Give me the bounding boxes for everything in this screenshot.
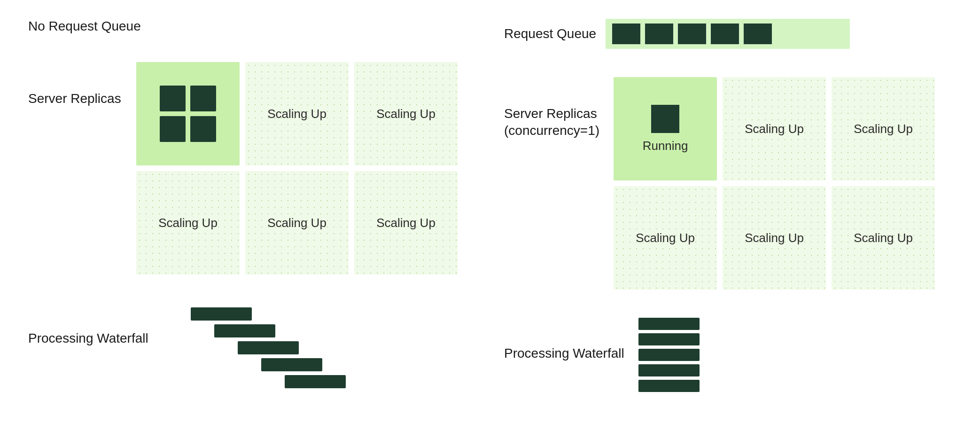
right-waterfall-bar-5 bbox=[638, 380, 700, 392]
replica-cell-scaling-1: Scaling Up bbox=[245, 62, 349, 165]
right-scaling-label-2: Scaling Up bbox=[854, 122, 913, 136]
queue-bar bbox=[606, 19, 850, 49]
running-label: Running bbox=[643, 139, 688, 153]
queue-block-4 bbox=[711, 24, 739, 44]
queue-block-5 bbox=[744, 24, 772, 44]
queue-block-3 bbox=[678, 24, 706, 44]
right-replica-scaling-4: Scaling Up bbox=[723, 186, 826, 290]
replica-cell-scaling-2: Scaling Up bbox=[354, 62, 458, 165]
queue-block-1 bbox=[612, 24, 640, 44]
right-header: Request Queue bbox=[504, 19, 952, 58]
right-replicas-section: Server Replicas (concurrency=1) Running … bbox=[504, 77, 952, 290]
waterfall-bar-1 bbox=[191, 307, 252, 321]
queue-block-2 bbox=[645, 24, 673, 44]
inner-square-4 bbox=[190, 116, 216, 142]
right-replica-scaling-3: Scaling Up bbox=[614, 186, 717, 290]
right-waterfall-bar-2 bbox=[638, 333, 700, 345]
left-replicas-label: Server Replicas bbox=[28, 62, 122, 107]
queue-bar-container: Request Queue bbox=[504, 19, 952, 49]
right-scaling-label-3: Scaling Up bbox=[636, 231, 695, 245]
right-waterfall-label: Processing Waterfall bbox=[504, 318, 624, 361]
inner-grid bbox=[160, 86, 216, 142]
inner-square-3 bbox=[160, 116, 186, 142]
right-replica-scaling-2: Scaling Up bbox=[832, 77, 935, 180]
right-replica-scaling-5: Scaling Up bbox=[832, 186, 935, 290]
right-waterfall-chart bbox=[638, 318, 789, 412]
right-scaling-label-5: Scaling Up bbox=[854, 231, 913, 245]
left-replicas-section: Server Replicas Scaling Up bbox=[28, 62, 476, 274]
right-waterfall-bar-4 bbox=[638, 364, 700, 376]
replica-cell-scaling-4: Scaling Up bbox=[245, 171, 349, 274]
right-scaling-label-1: Scaling Up bbox=[745, 122, 804, 136]
scaling-label-5: Scaling Up bbox=[376, 216, 436, 230]
scaling-label-2: Scaling Up bbox=[376, 107, 436, 121]
left-replicas-grid: Scaling Up Scaling Up Scaling Up Scaling… bbox=[136, 62, 458, 274]
scaling-label-1: Scaling Up bbox=[267, 107, 327, 121]
running-block bbox=[651, 105, 679, 133]
right-waterfall-bar-3 bbox=[638, 349, 700, 361]
inner-square-2 bbox=[190, 86, 216, 111]
right-waterfall-section: Processing Waterfall bbox=[504, 318, 952, 412]
inner-square-1 bbox=[160, 86, 186, 111]
replica-cell-active bbox=[136, 62, 240, 165]
left-waterfall-section: Processing Waterfall bbox=[28, 303, 476, 397]
right-replicas-label: Server Replicas (concurrency=1) bbox=[504, 77, 599, 140]
left-title: No Request Queue bbox=[28, 19, 476, 34]
waterfall-bar-3 bbox=[238, 341, 299, 354]
left-waterfall-chart bbox=[163, 303, 407, 397]
right-scaling-label-4: Scaling Up bbox=[745, 231, 804, 245]
replica-cell-scaling-5: Scaling Up bbox=[354, 171, 458, 274]
replica-cell-scaling-3: Scaling Up bbox=[136, 171, 240, 274]
waterfall-bar-4 bbox=[261, 358, 322, 371]
right-replicas-grid: Running Scaling Up Scaling Up Scaling Up… bbox=[614, 77, 935, 290]
right-title: Request Queue bbox=[504, 26, 596, 41]
waterfall-bar-5 bbox=[285, 375, 346, 388]
right-replica-scaling-1: Scaling Up bbox=[723, 77, 826, 180]
replica-cell-running: Running bbox=[614, 77, 717, 180]
scaling-label-4: Scaling Up bbox=[267, 216, 327, 230]
waterfall-bar-2 bbox=[214, 324, 275, 337]
right-waterfall-bar-1 bbox=[638, 318, 700, 330]
scaling-label-3: Scaling Up bbox=[158, 216, 218, 230]
left-waterfall-label: Processing Waterfall bbox=[28, 303, 148, 346]
